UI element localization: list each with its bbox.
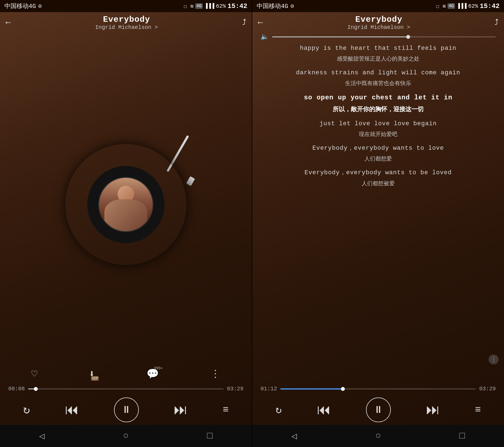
- 4g-badge-left: 4G: [195, 3, 203, 9]
- status-right-right: ☐ ≋ 4G ▐▐▐ 62% 15:42: [436, 2, 500, 10]
- download-button[interactable]: ⬇ VIP: [89, 368, 95, 380]
- progress-row-left: 00:08 03:29: [8, 386, 243, 392]
- progress-section-left: 00:08 03:29: [0, 386, 252, 392]
- left-panel: 中国移动4G ⊙ ☐ ≋ 4G ▐▐▐ 62% 15:42 ← Everybod…: [0, 0, 252, 447]
- artist-name-left[interactable]: Ingrid Michaelson >: [95, 24, 158, 31]
- right-panel: 中国移动4G ⊙ ☐ ≋ 4G ▐▐▐ 62% 15:42 ← Everybod…: [252, 0, 504, 447]
- signal-bars-right: ▐▐▐: [457, 3, 467, 9]
- vip-badge: VIP: [91, 376, 99, 381]
- lyric-en-4: Everybody，everybody wants to love: [261, 143, 496, 153]
- signal-bars-left: ▐▐▐: [204, 3, 214, 9]
- lyrics-more-button[interactable]: ⋮: [489, 355, 498, 364]
- status-carrier-left: 中国移动4G ⊙: [4, 2, 42, 10]
- song-title-right: Everybody: [355, 15, 402, 24]
- lyric-zh-2: 所以，敞开你的胸怀，迎接这一切: [261, 104, 496, 114]
- playlist-button-left[interactable]: ≡: [223, 404, 229, 416]
- status-right-left: ☐ ≋ 4G ▐▐▐ 62% 15:42: [184, 2, 247, 10]
- comment-count: 999+: [154, 366, 163, 370]
- playlist-button-right[interactable]: ≡: [475, 404, 481, 416]
- nav-recent-left[interactable]: □: [207, 431, 212, 441]
- pause-button-left[interactable]: ⏸: [114, 397, 139, 422]
- playback-controls-left: ↻ ⏮ ⏸ ⏭ ≡: [0, 392, 252, 425]
- time-total-left: 03:29: [227, 386, 243, 392]
- lyric-zh-1: 生活中既有痛苦也会有快乐: [261, 79, 496, 88]
- album-section: [0, 33, 252, 365]
- time-current-right: 01:12: [261, 386, 277, 392]
- lyric-zh-4: 人们都想爱: [261, 154, 496, 163]
- like-button[interactable]: ♡: [31, 368, 37, 380]
- lyric-zh-3: 现在就开始爱吧: [261, 130, 496, 138]
- back-button-right[interactable]: ←: [258, 18, 263, 28]
- header-left: ← Everybody Ingrid Michaelson > ⤴: [0, 12, 252, 33]
- volume-fill: [272, 36, 406, 37]
- status-bar-left: 中国移动4G ⊙ ☐ ≋ 4G ▐▐▐ 62% 15:42: [0, 0, 252, 12]
- lyric-zh-5: 人们都想被爱: [261, 179, 496, 188]
- status-bar-right: 中国移动4G ⊙ ☐ ≋ 4G ▐▐▐ 62% 15:42: [252, 0, 504, 12]
- playback-controls-right: ↻ ⏮ ⏸ ⏭ ≡: [252, 392, 504, 425]
- lyric-block-3: just let love love love begain 现在就开始爱吧: [261, 119, 496, 138]
- prev-button-left[interactable]: ⏮: [65, 402, 79, 418]
- carrier-text-left: 中国移动4G: [4, 2, 36, 10]
- 4g-badge-right: 4G: [448, 3, 455, 9]
- artist-name-right[interactable]: Ingrid Michaelson >: [348, 24, 410, 31]
- status-carrier-right: 中国移动4G ⊙: [257, 2, 294, 10]
- song-title-left: Everybody: [103, 15, 150, 24]
- more-options-button[interactable]: ⋮: [210, 368, 220, 380]
- header-center-left: Everybody Ingrid Michaelson >: [95, 15, 158, 31]
- progress-fill-right: [280, 388, 343, 389]
- nav-recent-right[interactable]: □: [459, 431, 465, 441]
- time-right: 15:42: [480, 2, 500, 10]
- next-button-left[interactable]: ⏭: [174, 402, 188, 418]
- status-icons-right: ☐ ≋: [436, 3, 446, 10]
- lyric-en-3: just let love love love begain: [261, 119, 496, 129]
- battery-right: 62%: [468, 3, 478, 9]
- volume-row: 🔈: [252, 33, 504, 41]
- lyric-en-1: darkness strains and light will come aga…: [261, 68, 496, 78]
- nav-home-right[interactable]: ○: [375, 431, 381, 441]
- pause-button-right[interactable]: ⏸: [366, 397, 391, 422]
- lyric-en-5: Everybody，everybody wants to be loved: [261, 168, 496, 178]
- carrier-icon-right: ⊙: [290, 2, 294, 10]
- carrier-text-right: 中国移动4G: [257, 2, 288, 10]
- nav-back-left[interactable]: ◁: [39, 430, 45, 442]
- progress-bar-right[interactable]: [280, 388, 476, 389]
- lyric-block-5: Everybody，everybody wants to be loved 人们…: [261, 168, 496, 187]
- share-button-left[interactable]: ⤴: [242, 18, 246, 27]
- nav-bar-left: ◁ ○ □: [0, 425, 252, 447]
- progress-section-right: 01:12 03:29: [252, 386, 504, 392]
- lyric-block-0: happy is the heart that still feels pain…: [261, 43, 496, 63]
- nav-home-left[interactable]: ○: [123, 431, 129, 441]
- lyrics-section: happy is the heart that still feels pain…: [252, 41, 504, 386]
- header-center-right: Everybody Ingrid Michaelson >: [348, 15, 410, 31]
- nav-back-right[interactable]: ◁: [291, 430, 297, 442]
- time-left: 15:42: [227, 2, 247, 10]
- comment-button[interactable]: 💬 999+: [147, 368, 159, 380]
- volume-bar[interactable]: [272, 36, 496, 37]
- status-icons-left: ☐ ≋: [184, 3, 194, 10]
- nav-bar-right: ◁ ○ □: [252, 425, 504, 447]
- volume-icon: 🔈: [261, 33, 269, 41]
- back-button-left[interactable]: ←: [6, 18, 11, 28]
- time-current-left: 00:08: [8, 386, 25, 392]
- vinyl-wrap: [60, 133, 192, 265]
- vinyl-grooves: [65, 144, 186, 265]
- next-button-right[interactable]: ⏭: [426, 402, 440, 418]
- repeat-button-left[interactable]: ↻: [23, 403, 30, 417]
- lyric-en-2: so open up your chest and let it in: [261, 92, 496, 103]
- share-button-right[interactable]: ⤴: [495, 18, 498, 27]
- lyric-block-2: so open up your chest and let it in 所以，敞…: [261, 92, 496, 114]
- action-bar: ♡ ⬇ VIP 💬 999+ ⋮: [0, 365, 252, 386]
- lyric-zh-0: 感受酸甜苦辣正是人心的美妙之处: [261, 54, 496, 63]
- time-total-right: 03:29: [479, 386, 496, 392]
- progress-fill-left: [28, 388, 36, 389]
- carrier-icon-left: ⊙: [38, 2, 42, 10]
- progress-bar-left[interactable]: [28, 388, 224, 389]
- repeat-button-right[interactable]: ↻: [275, 404, 282, 416]
- header-right: ← Everybody Ingrid Michaelson > ⤴: [252, 12, 504, 33]
- prev-button-right[interactable]: ⏮: [317, 402, 331, 418]
- progress-row-right: 01:12 03:29: [261, 386, 496, 392]
- lyric-en-0: happy is the heart that still feels pain: [261, 43, 496, 53]
- lyric-block-1: darkness strains and light will come aga…: [261, 68, 496, 88]
- lyric-block-4: Everybody，everybody wants to love 人们都想爱: [261, 143, 496, 163]
- tonearm-head: [186, 176, 195, 186]
